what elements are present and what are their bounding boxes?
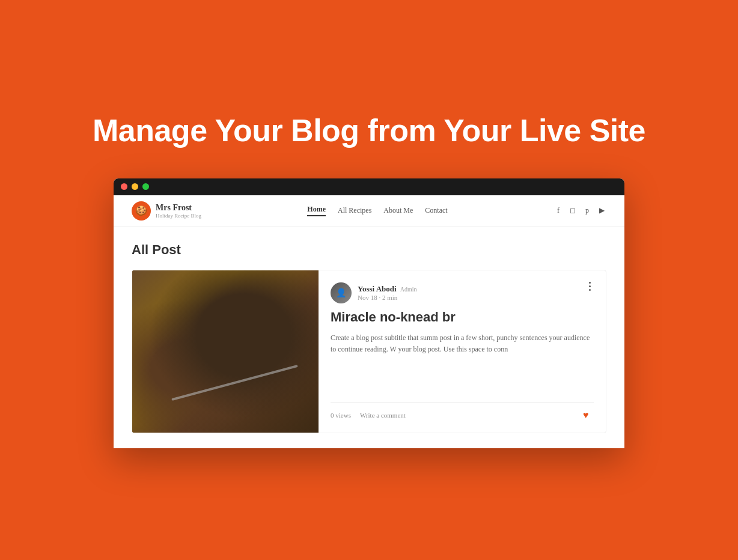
browser-titlebar bbox=[114, 178, 624, 195]
logo-icon: 🍪 bbox=[132, 201, 151, 221]
browser-window: 🍪 Mrs Frost Holiday Recipe Blog Home All… bbox=[114, 178, 624, 448]
youtube-icon[interactable]: ▶ bbox=[597, 206, 606, 216]
browser-dot-green[interactable] bbox=[142, 183, 149, 190]
site-logo: 🍪 Mrs Frost Holiday Recipe Blog bbox=[132, 201, 201, 221]
site-header: 🍪 Mrs Frost Holiday Recipe Blog Home All… bbox=[114, 195, 624, 227]
browser-dot-red[interactable] bbox=[121, 183, 127, 190]
nav-item-all-recipes[interactable]: All Recipes bbox=[338, 206, 371, 215]
facebook-icon[interactable]: f bbox=[554, 206, 563, 216]
pinterest-icon[interactable]: p bbox=[582, 206, 592, 216]
page-title: Manage Your Blog from Your Live Site bbox=[93, 112, 645, 148]
post-card: 👤 Yossi Abodi Admin Nov 18 · 2 min bbox=[132, 270, 606, 433]
nav-item-about[interactable]: About Me bbox=[383, 206, 413, 215]
post-menu-button[interactable] bbox=[582, 279, 597, 294]
menu-dot-3 bbox=[589, 289, 591, 291]
post-image-bg bbox=[132, 270, 319, 433]
author-admin: Admin bbox=[400, 286, 417, 293]
author-row: 👤 Yossi Abodi Admin Nov 18 · 2 min bbox=[331, 282, 594, 303]
post-image bbox=[132, 270, 319, 433]
write-comment[interactable]: Write a comment bbox=[360, 412, 406, 419]
post-details: 👤 Yossi Abodi Admin Nov 18 · 2 min bbox=[319, 270, 606, 433]
site-nav: Home All Recipes About Me Contact bbox=[307, 205, 447, 216]
post-read-time: 2 min bbox=[382, 294, 397, 301]
brand-sub: Holiday Recipe Blog bbox=[156, 213, 201, 219]
post-views: 0 views bbox=[331, 412, 351, 419]
avatar-placeholder: 👤 bbox=[331, 282, 352, 303]
post-title: Miracle no-knead br bbox=[331, 309, 594, 325]
post-meta: Nov 18 · 2 min bbox=[358, 294, 416, 301]
menu-dot-1 bbox=[589, 282, 591, 284]
browser-dot-yellow[interactable] bbox=[132, 183, 138, 190]
nav-item-contact[interactable]: Contact bbox=[425, 206, 447, 215]
post-excerpt: Create a blog post subtitle that summ po… bbox=[331, 332, 594, 393]
logo-text: Mrs Frost Holiday Recipe Blog bbox=[156, 203, 201, 219]
blog-content: All Post 👤 Yossi Abodi bbox=[114, 227, 624, 448]
post-stats: 0 views Write a comment bbox=[331, 412, 406, 419]
post-date: Nov 18 bbox=[358, 294, 377, 301]
brand-name: Mrs Frost bbox=[156, 203, 201, 213]
author-avatar: 👤 bbox=[331, 282, 352, 303]
menu-dot-2 bbox=[589, 285, 591, 287]
instagram-icon[interactable]: ◻ bbox=[568, 206, 578, 216]
nav-item-home[interactable]: Home bbox=[307, 205, 326, 216]
all-post-title: All Post bbox=[132, 242, 606, 258]
post-footer: 0 views Write a comment ♥ bbox=[331, 402, 594, 421]
author-name: Yossi Abodi bbox=[358, 284, 397, 294]
like-button[interactable]: ♥ bbox=[583, 410, 594, 421]
page-wrapper: Manage Your Blog from Your Live Site 🍪 M… bbox=[0, 88, 738, 472]
author-info: Yossi Abodi Admin Nov 18 · 2 min bbox=[358, 284, 416, 301]
site-social: f ◻ p ▶ bbox=[554, 206, 606, 216]
